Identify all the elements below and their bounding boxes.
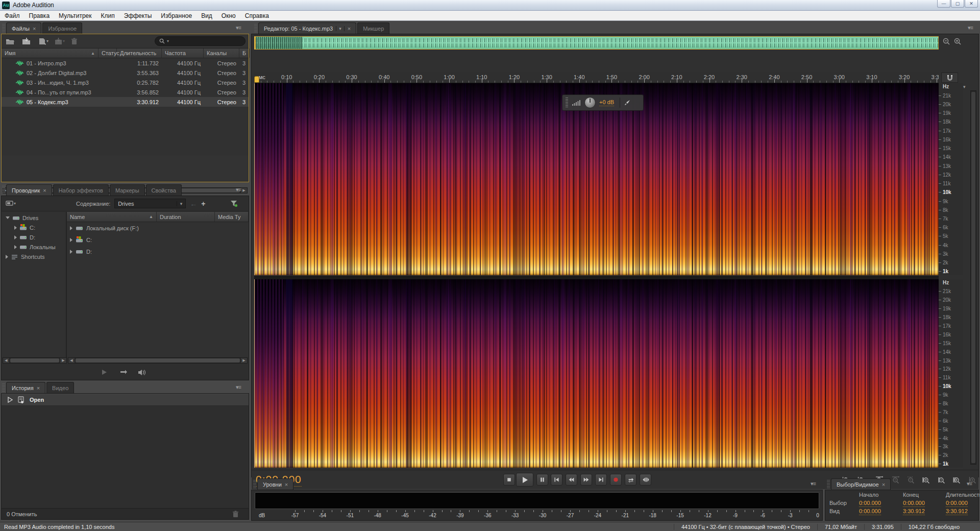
drives-table-headers[interactable]: Name▲DurationMedia Ty	[67, 212, 249, 222]
browser-panel-menu-icon[interactable]: ▾≡	[236, 186, 241, 193]
selection-value[interactable]: 3:30.912	[946, 508, 980, 514]
column-header-Media Ty[interactable]: Media Ty	[215, 212, 249, 222]
menu-Вид[interactable]: Вид	[197, 11, 217, 20]
overview-zoom-out-icon[interactable]	[942, 37, 950, 45]
history-panel-menu-icon[interactable]: ▾≡	[236, 384, 241, 391]
trash-icon[interactable]	[232, 510, 243, 519]
file-row[interactable]: 02 - Долбит Digital.mp33:55.36344100 ГцС…	[2, 68, 249, 78]
column-header-Б[interactable]: Б	[239, 49, 250, 58]
browser-tab-Маркеры[interactable]: Маркеры	[110, 184, 145, 196]
menu-Избранное[interactable]: Избранное	[156, 11, 197, 20]
file-row[interactable]: 01 - Интро.mp31:11.73244100 ГцСтерео3	[2, 58, 249, 68]
playhead-handle[interactable]	[254, 76, 259, 83]
table-horizontal-scrollbar[interactable]: ◀▶	[68, 357, 248, 364]
zoom-in-point-button[interactable]	[920, 475, 933, 485]
files-search-input[interactable]: ▾	[155, 36, 246, 46]
disclosure-closed-icon[interactable]	[14, 235, 17, 239]
selection-value[interactable]: 0:00.000	[859, 508, 903, 514]
new-file-icon[interactable]: ▾	[38, 37, 50, 46]
gain-value[interactable]: +0 dB	[599, 99, 614, 106]
title-bar[interactable]: Au Adobe Audition — ▢ ✕	[0, 0, 980, 11]
record-button[interactable]	[610, 474, 622, 486]
pause-button[interactable]	[536, 474, 548, 486]
file-row[interactable]: 03 - Ин...юдия, Ч. 1.mp30:25.78244100 Гц…	[2, 78, 249, 87]
column-header-Частота[interactable]: Частота	[162, 49, 204, 58]
tab-close-icon[interactable]: ×	[43, 187, 46, 194]
vertical-scrollbar[interactable]	[970, 90, 976, 465]
drive-row[interactable]: C:	[67, 234, 249, 246]
tab-close-icon[interactable]: ×	[882, 481, 885, 488]
menu-Справка[interactable]: Справка	[240, 11, 274, 20]
open-file-icon[interactable]	[6, 37, 17, 46]
editor-tab-Редактор: 05 - Кодекс.mp3[interactable]: Редактор: 05 - Кодекс.mp3▾×	[258, 22, 356, 34]
column-header-Каналы[interactable]: Каналы	[204, 49, 239, 58]
loop-playback-button[interactable]	[625, 474, 636, 486]
column-header-Статус[interactable]: Статус	[99, 49, 117, 58]
save-file-icon[interactable]: ▾	[55, 37, 66, 46]
menu-Окно[interactable]: Окно	[217, 11, 240, 20]
loop-preview-icon[interactable]	[119, 368, 131, 377]
auto-play-speaker-icon[interactable]	[138, 368, 149, 377]
files-tab-Файлы[interactable]: Файлы×	[6, 22, 41, 34]
menu-Клип[interactable]: Клип	[96, 11, 119, 20]
play-button[interactable]	[516, 473, 533, 487]
fast-forward-button[interactable]	[580, 474, 592, 486]
tree-item-Drives[interactable]: Drives	[2, 213, 66, 223]
channel-divider[interactable]	[254, 275, 939, 279]
levels-panel-menu-icon[interactable]: ▾≡	[811, 480, 816, 487]
tree-item-Локальны[interactable]: Локальны	[2, 242, 66, 252]
spectrogram-right-channel[interactable]	[254, 279, 939, 468]
add-shortcut-icon[interactable]: +	[201, 200, 205, 208]
disclosure-closed-icon[interactable]	[70, 238, 72, 242]
files-column-headers[interactable]: Имя▲СтатусДлительностьЧастотаКаналыБ	[2, 49, 249, 58]
tree-item-Shortcuts[interactable]: Shortcuts	[2, 252, 66, 261]
scroll-right-icon[interactable]: ▶	[241, 188, 247, 193]
files-tab-Избранное[interactable]: Избранное	[42, 22, 82, 34]
preview-play-icon[interactable]	[101, 368, 112, 377]
editor-panel-menu-icon[interactable]: ▾≡	[968, 25, 973, 31]
filter-funnel-icon[interactable]	[230, 199, 241, 208]
zoom-reset-button[interactable]	[905, 475, 917, 485]
file-row[interactable]: 05 - Кодекс.mp33:30.91244100 ГцСтерео3	[2, 97, 249, 107]
tree-item-C:[interactable]: C:	[2, 223, 66, 232]
history-tab-Видео[interactable]: Видео	[46, 382, 74, 393]
zoom-selection-button[interactable]	[951, 475, 963, 485]
close-button[interactable]: ✕	[965, 0, 978, 8]
menu-Эффекты[interactable]: Эффекты	[119, 11, 157, 20]
rewind-button[interactable]	[566, 474, 577, 486]
drive-row[interactable]: Локальный диск (F:)	[67, 222, 249, 234]
column-header-Длительность[interactable]: Длительность	[117, 49, 162, 58]
menu-Мультитрек[interactable]: Мультитрек	[54, 11, 96, 20]
history-entry[interactable]: Open	[2, 394, 249, 406]
delete-file-icon[interactable]	[71, 37, 82, 46]
disclosure-closed-icon[interactable]	[14, 245, 17, 249]
disclosure-closed-icon[interactable]	[70, 226, 72, 230]
selection-tab-Выбор/Видимое[interactable]: Выбор/Видимое×	[831, 478, 891, 490]
minimize-button[interactable]: —	[937, 0, 950, 8]
disclosure-closed-icon[interactable]	[6, 255, 8, 259]
selection-value[interactable]: 0:00.000	[859, 500, 903, 506]
skip-selection-button[interactable]	[640, 474, 651, 486]
tab-close-icon[interactable]: ×	[348, 26, 351, 32]
browser-tab-Набор эффектов[interactable]: Набор эффектов	[53, 184, 109, 196]
history-tab-История[interactable]: История×	[6, 382, 45, 393]
view-toggle-icon[interactable]: ▾	[6, 199, 17, 208]
disclosure-closed-icon[interactable]	[14, 226, 17, 230]
overview-zoom-in-icon[interactable]	[953, 37, 962, 45]
tree-item-D:[interactable]: D:	[2, 232, 66, 242]
overview-strip[interactable]	[254, 36, 939, 50]
column-header-Имя[interactable]: Имя▲	[2, 49, 99, 58]
tab-close-icon[interactable]: ×	[285, 481, 288, 488]
disclosure-closed-icon[interactable]	[70, 250, 72, 254]
selection-value[interactable]: 3:30.912	[903, 508, 946, 514]
gain-hud[interactable]: +0 dB	[562, 94, 644, 111]
scale-options-dropdown-icon[interactable]: ▾	[963, 84, 966, 89]
spectrogram-left-channel[interactable]	[254, 83, 939, 275]
maximize-button[interactable]: ▢	[951, 0, 964, 8]
back-arrow-icon[interactable]: ←	[190, 200, 197, 208]
hud-drag-handle-icon[interactable]	[566, 98, 568, 108]
search-scope-dropdown-icon[interactable]: ▾	[167, 39, 169, 43]
tab-close-icon[interactable]: ×	[33, 26, 36, 32]
tab-dropdown-icon[interactable]: ▾	[336, 26, 345, 31]
skip-to-end-button[interactable]	[595, 474, 607, 486]
